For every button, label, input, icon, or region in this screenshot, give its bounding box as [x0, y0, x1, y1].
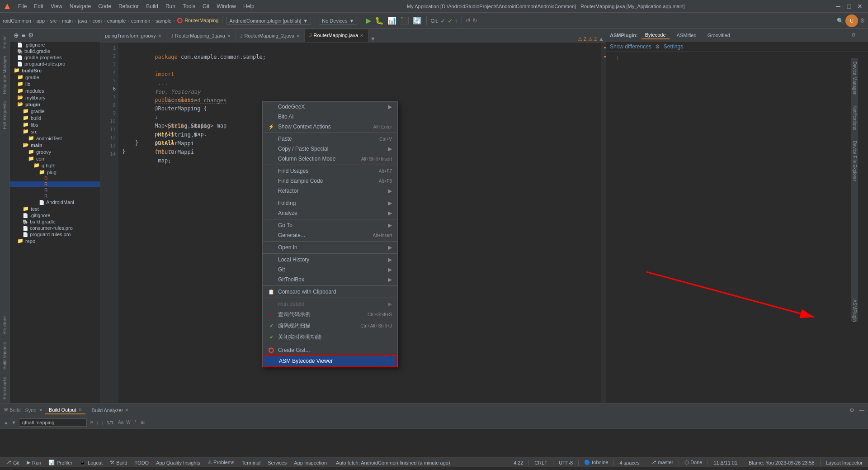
sidebar-collapse-all[interactable]: ≡ — [22, 32, 25, 39]
tree-item-gradle2[interactable]: 📁 gradle — [10, 108, 100, 114]
tree-item-file-d[interactable]: D — [10, 176, 100, 181]
breadcrumb-part[interactable]: common — [131, 18, 150, 24]
regex-search[interactable]: .* — [133, 420, 137, 425]
breadcrumb-part[interactable]: app — [37, 18, 45, 24]
app-quality-status[interactable]: App Quality Insights — [154, 460, 202, 465]
filter-icon[interactable]: ⊞ — [141, 419, 145, 425]
minimize-right[interactable]: — — [859, 33, 864, 38]
menu-help[interactable]: Help — [240, 2, 258, 10]
tree-item-consumer[interactable]: 📄 consumer-rules.pro — [10, 225, 100, 231]
ctx-refactor[interactable]: Refactor ▶ — [263, 186, 397, 196]
sync-button[interactable]: 🔄 — [413, 16, 422, 25]
services-status[interactable]: Services — [266, 460, 288, 465]
asm-plugin-sidebar-label[interactable]: ASMPlugin — [852, 299, 857, 322]
tab-groovy[interactable]: ppingTransform.groovy ✕ — [100, 29, 166, 42]
menu-run[interactable]: Run — [162, 2, 179, 10]
breadcrumb-part[interactable]: java — [78, 18, 87, 24]
tree-item-libs[interactable]: 📁 libs — [10, 121, 100, 128]
tree-item-gitignore2[interactable]: 📄 .gitignore — [10, 212, 100, 218]
tree-item-groovy[interactable]: 📁 groovy — [10, 148, 100, 155]
close-button[interactable]: ✕ — [855, 2, 864, 11]
menu-edit[interactable]: Edit — [30, 2, 47, 10]
problems-status[interactable]: ⚠ Problems — [206, 460, 236, 465]
menu-build[interactable]: Build — [142, 2, 162, 10]
search-prev[interactable]: ↑ — [96, 420, 99, 425]
sync-close[interactable]: ✕ — [39, 408, 42, 413]
structure-label[interactable]: Structure — [1, 313, 8, 338]
build-config-selector[interactable]: AndroidCommon:plugin [publish] ▼ — [226, 17, 311, 25]
tab-bytecode[interactable]: Bytecode — [642, 31, 670, 39]
ctx-paste[interactable]: Paste Ctrl+V — [263, 134, 397, 144]
done-status[interactable]: ⬡ Done — [683, 460, 704, 465]
tab-routermapping1[interactable]: J RouterMapping_1.java ✕ — [166, 29, 236, 42]
breadcrumb-part[interactable]: roidCommon — [3, 18, 31, 24]
breadcrumb-part[interactable]: main — [62, 18, 73, 24]
ctx-find-sample[interactable]: Find Sample Code Alt+F8 — [263, 176, 397, 186]
menu-view[interactable]: View — [47, 2, 66, 10]
ctx-git[interactable]: Git ▶ — [263, 265, 397, 275]
logcat-status[interactable]: 📱 Logcat — [78, 460, 104, 465]
tree-item-file-r[interactable]: R — [10, 181, 100, 187]
debug-button[interactable]: 🐛 — [375, 16, 384, 25]
settings-link[interactable]: Settings — [664, 43, 683, 50]
build-up-icon[interactable]: ▲ — [4, 420, 9, 425]
tab-close-icon[interactable]: ✕ — [360, 33, 363, 38]
indent-size[interactable]: 4 spaces — [618, 460, 641, 465]
sidebar-icon-target[interactable]: ⊕ — [14, 32, 19, 39]
run-status[interactable]: ▶ Run — [25, 460, 43, 465]
ctx-goto[interactable]: Go To ▶ — [263, 220, 397, 230]
tree-item-build-gradle[interactable]: 🐘 build.gradle — [10, 48, 100, 54]
tree-item-proguard2[interactable]: 📄 proguard-rules.pro — [10, 231, 100, 237]
ctx-gittoolbox[interactable]: GitToolBox ▶ — [263, 275, 397, 285]
case-sensitive[interactable]: Aa — [118, 420, 123, 425]
breadcrumb-active[interactable]: ⭕ RouterMapping — [177, 18, 218, 24]
device-selector[interactable]: No Devices ▼ — [319, 17, 357, 25]
asm-panel-content[interactable]: 1 — [606, 52, 868, 403]
whole-word[interactable]: W — [126, 420, 130, 425]
undo-button[interactable]: ↺ — [466, 17, 471, 24]
device-manager-label[interactable]: Device Manager — [852, 62, 857, 95]
build-analyzer-close[interactable]: ✕ — [125, 408, 128, 413]
tab-asmified[interactable]: ASMified — [673, 32, 700, 39]
todo-status[interactable]: TODO — [133, 460, 151, 465]
app-inspection-status[interactable]: App Inspection — [292, 460, 329, 465]
tree-item-file-r3[interactable]: R — [10, 193, 100, 199]
layout-inspector[interactable]: Layout Inspector — [824, 460, 864, 465]
settings-icon-right[interactable]: ⚙ — [851, 32, 856, 38]
breadcrumb-part[interactable]: sample — [156, 18, 171, 24]
cursor-position[interactable]: 4:22 — [512, 460, 525, 465]
build-down-icon[interactable]: ▼ — [11, 420, 16, 425]
build-output-close[interactable]: ✕ — [78, 407, 82, 412]
ctx-local-history[interactable]: Local History ▶ — [263, 255, 397, 265]
ctx-query-example[interactable]: ● 查询代码示例 Ctrl+Shift+S — [263, 309, 397, 320]
encoding[interactable]: UTF-8 — [557, 460, 575, 465]
tree-item-file-r2[interactable]: R — [10, 187, 100, 193]
settings-icon[interactable]: ⚙ — [860, 17, 865, 24]
menu-git[interactable]: Git — [199, 2, 213, 10]
tree-item-androidmani[interactable]: 📄 AndroidMani — [10, 199, 100, 205]
tree-item-repo[interactable]: 📁 repo — [10, 237, 100, 244]
tree-item-gradle[interactable]: 📁 gradle — [10, 74, 100, 81]
tab-routermapping2[interactable]: J RouterMapping_2.java ✕ — [236, 29, 305, 42]
resource-manager-label[interactable]: Resource Manager — [1, 52, 8, 98]
tree-item-modules[interactable]: 📁 modules — [10, 87, 100, 94]
sidebar-settings[interactable]: ⚙ — [28, 32, 34, 39]
tree-item-qfhqfh[interactable]: 📁 qfhqfh — [10, 162, 100, 169]
tab-close-icon[interactable]: ✕ — [296, 33, 300, 38]
bookmarks-label[interactable]: Bookmarks — [1, 373, 8, 403]
tree-item-plugin[interactable]: 📂 plugin — [10, 101, 100, 108]
line-ending[interactable]: CRLF — [533, 460, 549, 465]
run-button[interactable]: ▶ — [366, 16, 371, 25]
minimize-button[interactable]: ─ — [834, 2, 843, 11]
ctx-open-in[interactable]: Open In ▶ — [263, 242, 397, 252]
tree-item-gradle-properties[interactable]: 📄 gradle.properties — [10, 54, 100, 61]
stop-button[interactable]: ⬛ — [400, 16, 409, 25]
ctx-compare-clipboard[interactable]: 📋 Compare with Clipboard — [263, 287, 397, 297]
pull-requests-label[interactable]: Pull Requests — [1, 98, 8, 133]
search-everywhere-icon[interactable]: 🔍 — [837, 18, 844, 24]
tobnine-status[interactable]: 🔵 tobnine — [582, 460, 610, 465]
tree-item-test[interactable]: 📁 test — [10, 205, 100, 212]
settings-build-icon[interactable]: ⚙ — [849, 407, 854, 413]
breadcrumb-part[interactable]: example — [107, 18, 126, 24]
menu-window[interactable]: Window — [213, 2, 240, 10]
